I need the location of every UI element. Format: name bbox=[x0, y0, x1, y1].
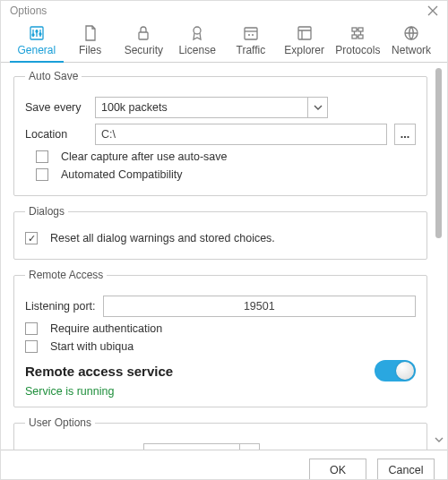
calendar-icon bbox=[242, 24, 260, 42]
tab-explorer-label: Explorer bbox=[284, 44, 324, 56]
dialogs-legend: Dialogs bbox=[25, 205, 68, 218]
lock-icon bbox=[134, 24, 152, 42]
svg-point-5 bbox=[194, 27, 201, 34]
clear-capture-checkbox[interactable] bbox=[36, 150, 48, 163]
tab-network[interactable]: Network bbox=[384, 21, 438, 62]
protocols-icon bbox=[349, 24, 366, 42]
clear-capture-label: Clear capture after use auto-save bbox=[61, 150, 228, 163]
start-with-checkbox[interactable] bbox=[25, 340, 38, 353]
remote-status: Service is running bbox=[25, 385, 416, 398]
chevron-down-icon bbox=[307, 98, 327, 117]
svg-rect-6 bbox=[245, 28, 257, 39]
tab-license[interactable]: License bbox=[170, 21, 224, 62]
location-label: Location bbox=[25, 128, 88, 141]
automated-compat-checkbox[interactable] bbox=[36, 168, 48, 181]
require-auth-label: Require authentication bbox=[50, 322, 162, 335]
scrollbar-thumb[interactable] bbox=[435, 68, 442, 238]
tab-explorer[interactable]: Explorer bbox=[278, 21, 332, 62]
tab-protocols-label: Protocols bbox=[335, 44, 380, 56]
listening-port-label: Listening port: bbox=[25, 300, 96, 313]
tab-files[interactable]: Files bbox=[64, 21, 117, 62]
remote-access-legend: Remote Access bbox=[25, 269, 107, 281]
save-every-select[interactable]: 100k packets bbox=[95, 97, 328, 118]
tab-license-label: License bbox=[178, 44, 215, 56]
tab-general-label: General bbox=[18, 44, 56, 56]
browse-button[interactable]: ... bbox=[394, 124, 416, 145]
start-with-label: Start with ubiqua bbox=[50, 340, 134, 353]
remote-access-group: Remote Access Listening port: 19501 Requ… bbox=[13, 269, 427, 407]
reset-dialogs-label: Reset all dialog warnings and stored cho… bbox=[50, 232, 275, 244]
dialog-footer: OK Cancel bbox=[1, 450, 447, 480]
sliders-icon bbox=[28, 24, 46, 42]
tab-files-label: Files bbox=[79, 44, 101, 56]
location-input[interactable]: C:\ bbox=[95, 124, 387, 145]
tab-network-label: Network bbox=[392, 44, 431, 56]
svg-rect-11 bbox=[358, 35, 363, 39]
default-stack-label: Default protocol stack: bbox=[25, 448, 136, 450]
listening-port-value: 19501 bbox=[109, 300, 409, 313]
content-area: Auto Save Save every 100k packets Locati… bbox=[1, 63, 447, 450]
reset-dialogs-checkbox[interactable] bbox=[25, 232, 38, 244]
ok-button[interactable]: OK bbox=[309, 459, 366, 481]
user-options-legend: User Options bbox=[25, 416, 95, 429]
default-stack-value: ZigBee bbox=[150, 448, 185, 450]
badge-icon bbox=[188, 24, 206, 42]
tab-security[interactable]: Security bbox=[117, 21, 171, 62]
cancel-button[interactable]: Cancel bbox=[377, 459, 435, 481]
autosave-legend: Auto Save bbox=[25, 70, 82, 82]
autosave-group: Auto Save Save every 100k packets Locati… bbox=[13, 70, 427, 196]
require-auth-checkbox[interactable] bbox=[25, 322, 38, 335]
tab-security-label: Security bbox=[125, 44, 163, 56]
save-every-value: 100k packets bbox=[101, 101, 168, 114]
tab-general[interactable]: General bbox=[10, 21, 64, 62]
svg-rect-4 bbox=[139, 32, 148, 39]
automated-compat-label: Automated Compatibility bbox=[61, 168, 182, 181]
tab-protocols[interactable]: Protocols bbox=[332, 21, 385, 62]
location-value: C:\ bbox=[101, 128, 116, 141]
tab-traffic-label: Traffic bbox=[237, 44, 266, 56]
file-icon bbox=[82, 24, 99, 42]
svg-rect-7 bbox=[298, 27, 311, 39]
tab-bar: General Files Security License bbox=[1, 21, 447, 63]
close-icon[interactable] bbox=[427, 5, 438, 16]
chevron-down-icon bbox=[239, 444, 259, 450]
tab-traffic[interactable]: Traffic bbox=[224, 21, 278, 62]
globe-icon bbox=[402, 24, 420, 42]
user-options-group: User Options Default protocol stack: Zig… bbox=[13, 416, 427, 450]
default-stack-select[interactable]: ZigBee bbox=[143, 443, 260, 450]
listening-port-input[interactable]: 19501 bbox=[103, 296, 416, 317]
svg-rect-8 bbox=[352, 28, 357, 31]
remote-service-toggle[interactable] bbox=[375, 360, 416, 381]
remote-service-label: Remote access service bbox=[25, 364, 173, 379]
scroll-down-icon[interactable] bbox=[435, 435, 444, 444]
window-title: Options bbox=[10, 4, 47, 17]
svg-rect-9 bbox=[358, 28, 363, 31]
svg-rect-10 bbox=[352, 35, 357, 39]
explorer-icon bbox=[296, 24, 314, 42]
dialogs-group: Dialogs Reset all dialog warnings and st… bbox=[13, 205, 427, 260]
save-every-label: Save every bbox=[25, 101, 88, 114]
